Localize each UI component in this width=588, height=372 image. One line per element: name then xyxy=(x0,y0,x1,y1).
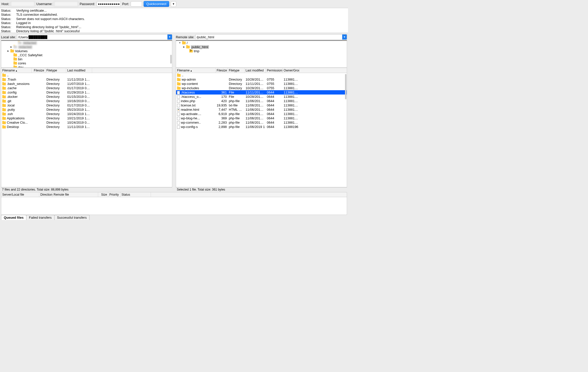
file-icon xyxy=(177,113,180,116)
quickconnect-dropdown[interactable]: ▼ xyxy=(171,1,176,7)
file-row[interactable]: readme.html7,447HTML do...11/06/2019 1..… xyxy=(176,107,347,112)
file-name: wp-content xyxy=(182,82,198,86)
col-remote-file[interactable]: Remote file xyxy=(53,192,98,197)
file-row[interactable]: wp-commen..2,283php-file11/06/2019 1...0… xyxy=(176,120,347,125)
col-size[interactable]: Size xyxy=(98,192,108,197)
col-filetype[interactable]: Filetype xyxy=(45,68,66,73)
file-name: wp-admin xyxy=(182,78,196,81)
tree-item[interactable]: ▶public_html xyxy=(176,45,347,49)
remote-columns[interactable]: Filename▲ Filesize Filetype Last modifie… xyxy=(176,68,347,73)
col-modified[interactable]: Last modified xyxy=(66,68,92,73)
tab-queued-files[interactable]: Queued files xyxy=(1,215,26,220)
file-permissions: 0644 xyxy=(266,112,283,116)
file-row[interactable]: .htaccess361File11/11/2019 10...06441138… xyxy=(176,90,347,95)
tab-successful-transfers[interactable]: Successful transfers xyxy=(54,215,90,220)
file-row[interactable]: .gitDirectory10/16/2019 03:5... xyxy=(1,99,172,103)
dir-icon xyxy=(2,104,6,107)
transfer-queue[interactable] xyxy=(1,197,347,215)
file-row[interactable]: wp-config-s2,898php-file11/06/2019 10644… xyxy=(176,125,347,129)
file-row[interactable]: .bash_sessionsDirectory11/07/2019 15:15.… xyxy=(1,82,172,86)
file-name: .. xyxy=(7,73,9,77)
password-input[interactable] xyxy=(97,1,121,7)
file-row[interactable]: wp-includesDirectory10/28/2019 1...07551… xyxy=(176,86,347,90)
file-modified: 11/06/2019 1... xyxy=(245,121,266,124)
file-row[interactable]: wp-blog-he...369php-file11/06/2019 1...0… xyxy=(176,116,347,120)
file-permissions: 0644 xyxy=(266,121,283,124)
host-input[interactable] xyxy=(11,1,35,7)
port-input[interactable] xyxy=(131,1,142,7)
disclosure-icon[interactable]: ▼ xyxy=(179,42,181,44)
folder-icon xyxy=(182,42,186,44)
queue-columns[interactable]: Server/Local file Direction Remote file … xyxy=(1,192,347,197)
folder-icon xyxy=(13,66,17,68)
disclosure-icon[interactable]: ▶ xyxy=(183,46,185,48)
file-row[interactable]: .htaccess_o...170File10/28/2019 1...0644… xyxy=(176,95,347,99)
remote-path-dropdown[interactable]: ▼ xyxy=(342,34,347,40)
tree-item[interactable]: ▶Volumes xyxy=(1,49,172,53)
file-row[interactable]: .cacheDirectory01/17/2019 09:0... xyxy=(1,86,172,90)
col-filename[interactable]: Filename xyxy=(2,69,15,72)
col-server-local[interactable]: Server/Local file xyxy=(1,192,39,197)
tab-failed-transfers[interactable]: Failed transfers xyxy=(26,215,55,220)
col-permissions[interactable]: Permissions xyxy=(266,68,283,73)
folder-icon xyxy=(13,62,17,65)
local-site-path[interactable] xyxy=(17,35,167,40)
col-modified[interactable]: Last modified xyxy=(245,68,266,73)
file-name: .local xyxy=(7,103,14,107)
col-direction[interactable]: Direction xyxy=(39,192,53,197)
folder-icon xyxy=(186,46,190,48)
file-row[interactable]: wp-adminDirectory10/28/2019 1...07551138… xyxy=(176,77,347,82)
disclosure-icon[interactable]: ▶ xyxy=(7,50,9,52)
col-priority[interactable]: Priority xyxy=(108,192,120,197)
file-row[interactable]: wp-activate....6,919php-file11/06/2019 1… xyxy=(176,112,347,116)
file-row[interactable]: .dockerDirectory01/15/2019 07:0... xyxy=(1,95,172,99)
col-filename[interactable]: Filename xyxy=(177,69,189,72)
file-row[interactable]: index.php420php-file11/06/2019 1...06441… xyxy=(176,99,347,103)
file-row[interactable]: DesktopDirectory11/11/2019 13:53... xyxy=(1,125,172,129)
file-row[interactable]: .TrashDirectory11/11/2019 12:26... xyxy=(1,77,172,82)
file-modified: 10/24/2019 11:2... xyxy=(66,112,92,116)
local-path-dropdown[interactable]: ▼ xyxy=(167,34,172,40)
remote-site-path[interactable] xyxy=(196,35,342,40)
tree-item-label: redacted xyxy=(18,45,32,49)
tree-item[interactable]: bin xyxy=(1,57,172,61)
dir-icon xyxy=(2,78,6,81)
tree-item[interactable]: ▶redacted xyxy=(1,45,172,49)
tree-item[interactable]: _CCC SafetyNet xyxy=(1,53,172,57)
file-name: index.php xyxy=(181,99,195,103)
file-name: wp-config-s xyxy=(181,125,198,129)
tree-item[interactable]: redacted xyxy=(1,41,172,45)
file-row[interactable]: wp-contentDirectory11/11/2019 13...07551… xyxy=(176,82,347,86)
quickconnect-button[interactable]: Quickconnect xyxy=(144,1,169,7)
file-row[interactable]: .. xyxy=(1,73,172,77)
file-name: wp-includes xyxy=(182,86,199,90)
scrollbar[interactable] xyxy=(170,55,172,64)
file-row[interactable]: .. xyxy=(176,73,347,77)
file-row[interactable]: .sshDirectory10/24/2019 11:2... xyxy=(1,112,172,116)
local-columns[interactable]: Filename▲ Filesize Filetype Last modifie… xyxy=(1,68,172,73)
file-row[interactable]: .localDirectory01/17/2019 09:0... xyxy=(1,103,172,107)
tree-item[interactable]: ▼/ xyxy=(176,41,347,45)
remote-status: Selected 1 file. Total size: 361 bytes xyxy=(176,187,347,192)
log-message: TLS connection established. xyxy=(16,13,58,17)
col-owner[interactable]: Owner/Group xyxy=(283,68,299,73)
tree-item[interactable]: dev xyxy=(1,65,172,68)
file-permissions: 0644 xyxy=(266,90,283,94)
col-filesize[interactable]: Filesize xyxy=(216,68,228,73)
tree-item[interactable]: tmp xyxy=(176,49,347,53)
file-row[interactable]: license.txt19,935txt-file11/06/2019 1...… xyxy=(176,103,347,107)
local-tree[interactable]: redacted▶redacted▶Volumes_CCC SafetyNetb… xyxy=(1,40,172,68)
col-status[interactable]: Status xyxy=(120,192,151,197)
remote-tree[interactable]: ▼/▶public_htmltmp xyxy=(176,40,347,68)
username-input[interactable] xyxy=(54,1,78,7)
disclosure-icon[interactable]: ▶ xyxy=(10,46,12,48)
file-row[interactable]: Creative Clo...Directory10/24/2019 09:5.… xyxy=(1,120,172,125)
col-filesize[interactable]: Filesize xyxy=(32,68,45,73)
file-row[interactable]: ApplicationsDirectory10/21/2019 15:4... xyxy=(1,116,172,120)
file-row[interactable]: .puttyDirectory05/23/2019 11:3... xyxy=(1,107,172,112)
col-filetype[interactable]: Filetype xyxy=(228,68,245,73)
file-row[interactable]: .configDirectory01/29/2019 13:5... xyxy=(1,90,172,95)
file-type: Directory xyxy=(45,99,66,103)
tree-item[interactable]: cores xyxy=(1,61,172,65)
scrollbar[interactable] xyxy=(345,74,347,99)
